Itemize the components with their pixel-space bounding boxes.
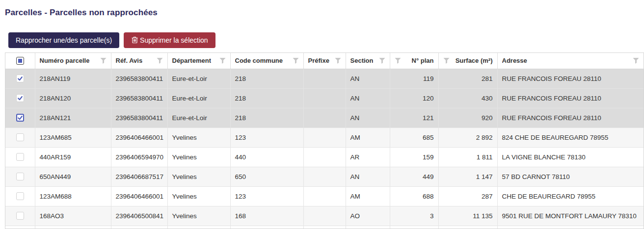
cell-section: AM xyxy=(346,186,390,206)
row-select-cell xyxy=(5,127,35,147)
table-row[interactable]: 650AN4492396406687517Yvelines650AN4491 1… xyxy=(5,167,644,186)
column-header-section[interactable]: Section xyxy=(346,53,390,69)
row-checkbox[interactable] xyxy=(16,114,24,122)
table-row[interactable] xyxy=(5,226,644,229)
cell-surface: 920 xyxy=(438,108,497,127)
indeterminate-mark-icon xyxy=(18,59,22,63)
column-header-departement[interactable]: Département xyxy=(167,53,230,69)
column-label: N° plan xyxy=(412,57,434,64)
filter-icon[interactable] xyxy=(293,57,299,64)
column-label: Réf. Avis xyxy=(116,57,143,64)
cell-numero: 218AN119 xyxy=(35,69,111,88)
filter-icon[interactable] xyxy=(379,57,385,64)
cell-n_plan: 685 xyxy=(390,127,438,147)
cell-n_plan: 688 xyxy=(390,186,438,206)
select-all-checkbox[interactable] xyxy=(16,57,24,65)
cell-adresse xyxy=(497,226,644,229)
row-select-cell xyxy=(5,88,35,108)
cell-code_commune: 218 xyxy=(230,108,303,127)
reconcile-parcels-button[interactable]: Rapprocher une/des parcelle(s) xyxy=(8,32,119,48)
cell-numero: 650AN449 xyxy=(35,167,111,186)
column-header-n_plan[interactable]: N° plan xyxy=(390,53,438,69)
row-select-cell xyxy=(5,108,35,127)
cell-n_plan xyxy=(390,226,438,229)
row-checkbox[interactable] xyxy=(16,212,24,220)
cell-surface: 2 892 xyxy=(438,127,497,147)
column-label: Adresse xyxy=(502,57,527,64)
toolbar: Rapprocher une/des parcelle(s) Supprimer… xyxy=(8,32,215,48)
cell-ref_avis: 2396406500841 xyxy=(111,206,167,226)
cell-ref_avis xyxy=(111,226,167,229)
cell-code_commune: 218 xyxy=(230,88,303,108)
table-row[interactable]: 123AM6852396406466001Yvelines123AM6852 8… xyxy=(5,127,644,147)
trash-icon xyxy=(131,36,138,45)
page-title: Parcelles - Parcelles non rapprochées xyxy=(5,8,158,18)
cell-ref_avis: 2396406594970 xyxy=(111,147,167,167)
row-checkbox[interactable] xyxy=(16,153,24,161)
cell-prefixe xyxy=(303,127,346,147)
filter-icon[interactable] xyxy=(633,57,639,64)
cell-prefixe xyxy=(303,69,346,88)
row-select-cell xyxy=(5,226,35,229)
cell-ref_avis: 2396583800411 xyxy=(111,108,167,127)
filter-icon[interactable] xyxy=(100,57,107,64)
row-checkbox[interactable] xyxy=(16,173,24,180)
cell-section: AO xyxy=(346,206,390,226)
cell-n_plan: 120 xyxy=(390,88,438,108)
row-checkbox[interactable] xyxy=(16,192,24,200)
cell-ref_avis: 2396583800411 xyxy=(111,88,167,108)
delete-selection-button[interactable]: Supprimer la sélection xyxy=(124,32,215,48)
column-header-ref_avis[interactable]: Réf. Avis xyxy=(111,53,167,69)
cell-numero: 123AM688 xyxy=(35,186,111,206)
cell-numero: 440AR159 xyxy=(35,147,111,167)
table-row[interactable]: 218AN1192396583800411Eure-et-Loir218AN11… xyxy=(5,69,644,88)
cell-ref_avis: 2396583800411 xyxy=(111,69,167,88)
filter-icon[interactable] xyxy=(219,57,226,64)
cell-adresse: 824 CHE DE BEAUREGARD 78955 xyxy=(497,127,644,147)
parcels-grid: Numéro parcelle Réf. Avis Département Co… xyxy=(5,52,644,229)
cell-code_commune: 218 xyxy=(230,69,303,88)
cell-prefixe xyxy=(303,147,346,167)
table-row[interactable]: 218AN1212396583800411Eure-et-Loir218AN12… xyxy=(5,108,644,127)
cell-departement: Yvelines xyxy=(167,167,230,186)
column-header-numero[interactable]: Numéro parcelle xyxy=(35,53,111,69)
column-header-adresse[interactable]: Adresse xyxy=(497,53,644,69)
column-header-surface[interactable]: Surface (m²) xyxy=(438,53,497,69)
row-select-cell xyxy=(5,206,35,226)
cell-adresse: RUE FRANCOIS FOREAU 28110 xyxy=(497,69,644,88)
cell-section: AR xyxy=(346,147,390,167)
cell-prefixe xyxy=(303,88,346,108)
column-header-prefixe[interactable]: Préfixe xyxy=(303,53,346,69)
cell-departement: Yvelines xyxy=(167,186,230,206)
cell-adresse: RUE FRANCOIS FOREAU 28110 xyxy=(497,88,644,108)
table-row[interactable]: 218AN1202396583800411Eure-et-Loir218AN12… xyxy=(5,88,644,108)
cell-ref_avis: 2396406466001 xyxy=(111,186,167,206)
row-checkbox[interactable] xyxy=(16,75,24,82)
cell-section xyxy=(346,226,390,229)
filter-icon[interactable] xyxy=(443,57,450,64)
cell-adresse: RUE FRANCOIS FOREAU 28110 xyxy=(497,108,644,127)
select-all-header xyxy=(5,53,35,69)
filter-icon[interactable] xyxy=(157,57,163,64)
cell-departement xyxy=(167,226,230,229)
table-row[interactable]: 168AO32396406500841Yvelines168AO311 1359… xyxy=(5,206,644,226)
filter-icon[interactable] xyxy=(395,57,401,64)
cell-section: AN xyxy=(346,108,390,127)
row-checkbox[interactable] xyxy=(16,94,24,102)
cell-section: AN xyxy=(346,69,390,88)
cell-surface xyxy=(438,226,497,229)
cell-numero: 168AO3 xyxy=(35,206,111,226)
table-row[interactable]: 440AR1592396406594970Yvelines440AR1591 8… xyxy=(5,147,644,167)
column-label: Section xyxy=(350,57,374,64)
cell-departement: Yvelines xyxy=(167,206,230,226)
cell-section: AN xyxy=(346,88,390,108)
filter-icon[interactable] xyxy=(335,57,341,64)
table-row[interactable]: 123AM6882396406466001Yvelines123AM688287… xyxy=(5,186,644,206)
cell-surface: 11 135 xyxy=(438,206,497,226)
cell-section: AM xyxy=(346,127,390,147)
checkmark-icon xyxy=(17,95,23,101)
row-checkbox[interactable] xyxy=(16,133,24,141)
row-select-cell xyxy=(5,186,35,206)
cell-prefixe xyxy=(303,206,346,226)
column-header-code_commune[interactable]: Code commune xyxy=(230,53,303,69)
